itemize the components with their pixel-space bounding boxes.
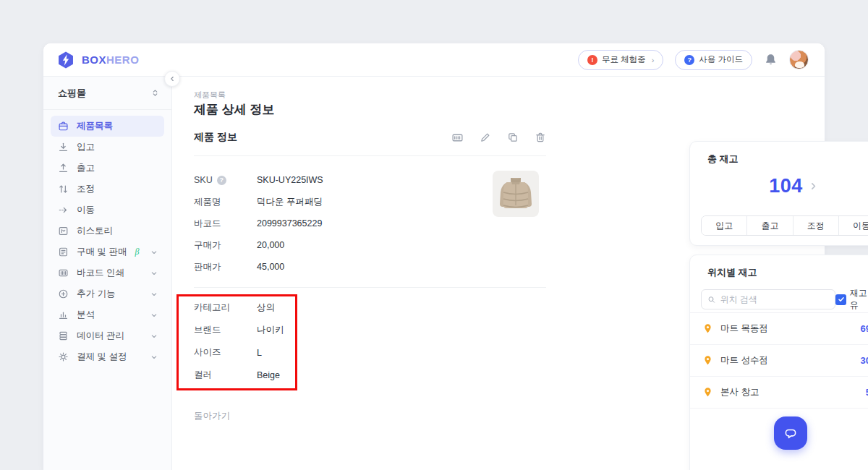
chat-launcher-button[interactable] (774, 416, 807, 450)
main-content: 제품목록 제품 상세 정보 제품 정보 (172, 77, 825, 470)
attr-row-color: 컬러 Beige (194, 364, 454, 386)
attr-value: Beige (257, 370, 280, 380)
sidebar-item-move[interactable]: 이동 (51, 200, 164, 221)
attr-value: L (257, 348, 262, 358)
boxhero-logo[interactable]: BOXHERO (56, 51, 139, 69)
chevron-down-icon (150, 332, 158, 341)
location-pin-icon (702, 323, 713, 334)
avatar[interactable] (789, 50, 809, 69)
total-stock-title: 총 재고 (707, 153, 739, 166)
sidebar-item-label: 조정 (77, 183, 95, 195)
field-value: 덕다운 푸퍼패딩 (257, 196, 323, 208)
sidebar-item-barcode-print[interactable]: 바코드 인쇄 (51, 262, 164, 283)
sidebar-item-data-management[interactable]: 데이터 관리 (51, 325, 164, 346)
beta-badge: β (135, 247, 139, 257)
help-icon[interactable]: ? (217, 176, 226, 185)
location-search-input[interactable] (720, 294, 830, 304)
sidebar-item-label: 히스토리 (77, 225, 113, 237)
field-value: SKU-UY225IWS (257, 175, 323, 185)
location-name: 마트 성수점 (720, 354, 768, 367)
sidebar-item-add-features[interactable]: 추가 기능 (51, 283, 164, 304)
field-row-sku: SKU ? SKU-UY225IWS (194, 169, 490, 191)
sidebar-item-label: 구매 및 판매 (77, 246, 127, 258)
document-icon (58, 247, 69, 257)
page-title: 제품 상세 정보 (194, 101, 274, 118)
back-link[interactable]: 돌아가기 (194, 410, 230, 422)
sidebar-item-label: 바코드 인쇄 (77, 267, 124, 279)
chevron-down-icon (150, 353, 158, 362)
location-row-hq-warehouse[interactable]: 본사 창고 5 (690, 377, 868, 409)
product-image[interactable] (493, 171, 539, 217)
sidebar-item-outbound[interactable]: 출고 (51, 158, 164, 179)
question-icon: ? (684, 55, 694, 65)
free-trial-label: 무료 체험중 (602, 54, 646, 65)
app-window: BOXHERO ! 무료 체험중 › ? 사용 가이드 쇼핑몰 (43, 43, 825, 470)
outbound-action-button[interactable]: 출고 (747, 216, 793, 235)
breadcrumb[interactable]: 제품목록 (194, 90, 226, 101)
arrows-up-down-icon (58, 184, 69, 195)
barcode-label-icon[interactable] (451, 132, 464, 144)
field-label: 바코드 (194, 218, 257, 230)
sidebar-item-products[interactable]: 제품목록 (51, 116, 164, 137)
divider (194, 287, 546, 288)
checkbox-checked-icon[interactable] (835, 294, 846, 305)
sidebar-item-label: 입고 (77, 141, 95, 153)
field-row-product-name: 제품명 덕다운 푸퍼패딩 (194, 191, 490, 213)
attr-row-category: 카테고리 상의 (194, 296, 454, 319)
gear-icon (58, 351, 69, 362)
chevron-down-icon (150, 311, 158, 320)
move-action-button[interactable]: 이동 (839, 216, 868, 235)
field-label: SKU (194, 175, 213, 185)
attr-value: 나이키 (257, 324, 284, 336)
sidebar-item-inbound[interactable]: 입고 (51, 137, 164, 158)
history-icon (58, 226, 69, 236)
location-row-mokdong[interactable]: 마트 목동점 69 (690, 313, 868, 345)
workspace-switch-icon (150, 88, 160, 98)
sidebar-item-history[interactable]: 히스토리 (51, 221, 164, 242)
location-pin-icon (702, 387, 713, 398)
total-stock-value: 104 (769, 175, 803, 197)
workspace-selector[interactable]: 쇼핑몰 (43, 77, 171, 110)
user-guide-button[interactable]: ? 사용 가이드 (675, 50, 752, 70)
chevron-down-icon (150, 269, 158, 278)
edit-pencil-icon[interactable] (480, 132, 491, 144)
plus-circle-icon (58, 289, 69, 299)
location-qty: 69 (861, 323, 868, 334)
stock-action-group: 입고 출고 조정 이동 (701, 215, 868, 236)
adjust-action-button[interactable]: 조정 (793, 216, 839, 235)
field-label: 제품명 (194, 196, 257, 208)
attr-row-brand: 브랜드 나이키 (194, 319, 454, 341)
sidebar-collapse-button[interactable] (164, 71, 180, 87)
divider (194, 155, 546, 156)
field-value: 2099937365229 (257, 218, 322, 228)
field-value: 45,000 (257, 262, 284, 272)
sidebar-item-settings[interactable]: 결제 및 설정 (51, 346, 164, 367)
location-qty: 30 (861, 355, 868, 366)
sidebar-item-label: 데이터 관리 (77, 330, 124, 342)
inbound-action-button[interactable]: 입고 (702, 216, 747, 235)
sidebar-item-label: 이동 (77, 204, 95, 216)
field-row-purchase-price: 구매가 20,000 (194, 234, 490, 256)
location-name: 본사 창고 (720, 386, 759, 398)
location-row-seongsu[interactable]: 마트 성수점 30 (690, 345, 868, 377)
boxhero-hexagon-icon (56, 51, 75, 69)
workspace-name: 쇼핑몰 (58, 87, 86, 100)
total-stock-link[interactable]: 104 (690, 175, 868, 197)
duplicate-copy-icon[interactable] (507, 132, 519, 144)
in-stock-filter[interactable]: 재고 보유 (835, 287, 868, 312)
chevron-down-icon (150, 248, 158, 257)
sidebar-item-purchase-sales[interactable]: 구매 및 판매 β (51, 242, 164, 262)
barcode-icon (58, 268, 69, 278)
sidebar-item-adjust[interactable]: 조정 (51, 179, 164, 200)
sidebar-item-analytics[interactable]: 분석 (51, 304, 164, 325)
attr-label: 카테고리 (194, 302, 257, 314)
attr-label: 브랜드 (194, 324, 257, 336)
free-trial-button[interactable]: ! 무료 체험중 › (578, 50, 663, 70)
location-search-box[interactable] (701, 289, 835, 309)
sidebar-item-label: 제품목록 (77, 120, 113, 132)
chevron-down-icon (150, 290, 158, 299)
section-title: 제품 정보 (194, 131, 237, 144)
bar-chart-icon (58, 309, 69, 320)
delete-trash-icon[interactable] (535, 132, 546, 144)
notification-bell-icon[interactable] (764, 53, 778, 67)
